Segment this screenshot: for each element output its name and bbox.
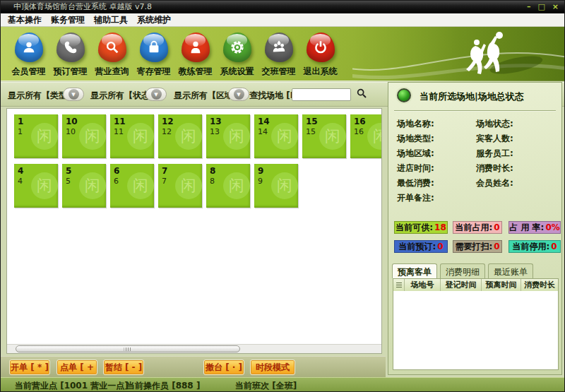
counter-label: 占 用 率:	[509, 222, 544, 234]
toolbar-button-label: 寄存管理	[137, 66, 171, 78]
venue-tile[interactable]: 10 10 闲	[62, 114, 106, 158]
chevron-down-icon: ▼	[151, 89, 162, 100]
open-bill-button[interactable]: 开单 [ * ]	[9, 360, 50, 375]
system-settings-button[interactable]: 系统设置	[216, 30, 258, 78]
search-venue-input[interactable]	[292, 88, 351, 101]
menu-item[interactable]: 辅助工具	[94, 14, 128, 26]
shift-manage-button[interactable]: 交班管理	[258, 30, 299, 78]
venue-number: 4	[18, 166, 23, 176]
field-label: 场地区域:	[397, 148, 434, 157]
venue-number: 14	[258, 117, 270, 126]
action-bar: 开单 [ * ] 点单 [ + ] 暂结 [ - ] 撤台 [ · ] 时段模式	[1, 356, 386, 377]
venue-tile[interactable]: 4 4 闲	[14, 164, 58, 208]
scrollbar-grip-icon	[124, 348, 132, 351]
venue-tile[interactable]: 8 8 闲	[206, 164, 250, 208]
idle-watermark-icon: 闲	[127, 123, 154, 150]
info-field: 场地状态:	[476, 118, 557, 127]
member-icon	[15, 32, 43, 62]
venue-number: 13	[210, 117, 222, 126]
venue-tile[interactable]: 15 15 闲	[302, 114, 346, 158]
info-field: 宾客人数:	[476, 133, 557, 142]
basketball-players-silhouette	[466, 32, 503, 74]
search-icon[interactable]	[356, 88, 367, 101]
business-point-status: 当前营业点 [1001 营业一点]	[15, 380, 129, 392]
tab-depart-list[interactable]: 预离客单	[392, 263, 437, 278]
exit-system-button[interactable]: 退出系统	[299, 30, 341, 78]
order-button[interactable]: 点单 [ + ]	[56, 360, 97, 375]
maximize-icon[interactable]: □	[537, 1, 545, 13]
table-header: 场地号 登记时间 预离时间 消费时长	[393, 278, 559, 292]
counter-label: 需要打扫:	[455, 241, 492, 253]
toolbar-button-label: 教练管理	[179, 66, 213, 78]
venue-tile[interactable]: 13 13 闲	[206, 114, 250, 158]
pause-settle-button[interactable]: 暂结 [ - ]	[103, 360, 144, 375]
venue-tile[interactable]: 6 6 闲	[110, 164, 154, 208]
info-field: 场地类型:	[397, 133, 476, 142]
menu-item[interactable]: 基本操作	[8, 14, 42, 26]
venue-number: 10	[66, 117, 78, 126]
venue-name: 16	[354, 127, 364, 136]
column-checkin-time: 登记时间	[441, 279, 482, 291]
idle-watermark-icon: 闲	[175, 172, 202, 199]
coach-icon	[182, 32, 210, 62]
scrollbar-thumb[interactable]	[16, 345, 240, 352]
app-window: 中顶体育场馆前台营业系统 卓越版 v7.8 – □ × 基本操作 账务管理 辅助…	[0, 0, 565, 392]
phone-icon	[56, 32, 85, 62]
area-filter-dropdown[interactable]: ▼	[228, 88, 249, 101]
field-label: 最低消费:	[397, 177, 434, 186]
list-icon-column	[393, 279, 405, 291]
counter-value: 18	[434, 222, 446, 232]
venue-number: 16	[354, 117, 366, 126]
member-manage-button[interactable]: 会员管理	[8, 30, 49, 78]
toolbar-button-label: 交班管理	[262, 66, 296, 78]
venue-tile[interactable]: 1 1 闲	[14, 114, 58, 158]
field-label: 开单备注:	[397, 192, 434, 201]
panel-tabs: 预离客单 消费明细 最近账单	[392, 263, 533, 278]
clear-table-button[interactable]: 撤台 [ · ]	[203, 360, 244, 375]
tab-recent-bills[interactable]: 最近账单	[488, 263, 533, 278]
type-filter-dropdown[interactable]: ▼	[63, 88, 84, 101]
venue-name: 8	[210, 177, 215, 186]
venue-tile[interactable]: 12 12 闲	[158, 114, 202, 158]
field-label: 消费时长:	[476, 162, 513, 172]
tab-consume-detail[interactable]: 消费明细	[440, 263, 485, 278]
status-bar: 当前营业点 [1001 营业一点] 当前操作员 [888 ] 当前班次 [全班]	[1, 377, 564, 392]
venue-name: 7	[162, 177, 167, 186]
business-query-button[interactable]: 营业查询	[91, 30, 133, 78]
field-label: 场地状态:	[476, 118, 513, 127]
coach-manage-button[interactable]: 教练管理	[174, 30, 216, 78]
venue-name: 13	[210, 127, 220, 136]
menu-item[interactable]: 账务管理	[51, 14, 85, 26]
chevron-down-icon: ▼	[234, 89, 244, 100]
venue-tile[interactable]: 7 7 闲	[158, 164, 202, 208]
status-filter-dropdown[interactable]: ▼	[145, 88, 167, 101]
venue-tile[interactable]: 16 16 闲	[350, 114, 382, 158]
venue-name: 6	[114, 177, 119, 186]
status-panel: 当前所选场地|场地总状态 场地名称: 场地状态: 场地类型:	[388, 82, 562, 375]
column-venue-no: 场地号	[405, 279, 441, 291]
venue-number: 8	[210, 166, 215, 176]
minimize-icon[interactable]: –	[527, 1, 531, 13]
time-mode-button[interactable]: 时段模式	[250, 360, 295, 375]
field-label: 场地类型:	[397, 133, 434, 142]
venue-tile[interactable]: 5 5 闲	[62, 164, 106, 208]
idle-watermark-icon: 闲	[271, 172, 298, 199]
idle-watermark-icon: 闲	[319, 123, 346, 150]
counter-available: 当前可供: 18	[394, 221, 448, 234]
counter-need-clean: 需要打扫: 0	[453, 240, 502, 253]
close-icon[interactable]: ×	[552, 1, 559, 13]
menu-item[interactable]: 系统维护	[137, 14, 171, 26]
toolbar-button-label: 营业查询	[95, 66, 129, 78]
storage-manage-button[interactable]: 寄存管理	[133, 30, 174, 78]
window-controls: – □ ×	[527, 1, 559, 13]
venue-tile[interactable]: 14 14 闲	[254, 114, 298, 158]
booking-manage-button[interactable]: 预订管理	[49, 30, 91, 78]
operator-status: 当前操作员 [888 ]	[126, 380, 200, 392]
venue-tile[interactable]: 11 11 闲	[110, 114, 154, 158]
column-duration: 消费时长	[521, 279, 558, 291]
venue-tile[interactable]: 9 9 闲	[254, 164, 298, 208]
window-title: 中顶体育场馆前台营业系统 卓越版 v7.8	[13, 1, 152, 13]
idle-watermark-icon: 闲	[79, 123, 106, 150]
menu-bar: 基本操作 账务管理 辅助工具 系统维护	[1, 13, 564, 27]
counter-label: 当前预订:	[398, 241, 436, 253]
